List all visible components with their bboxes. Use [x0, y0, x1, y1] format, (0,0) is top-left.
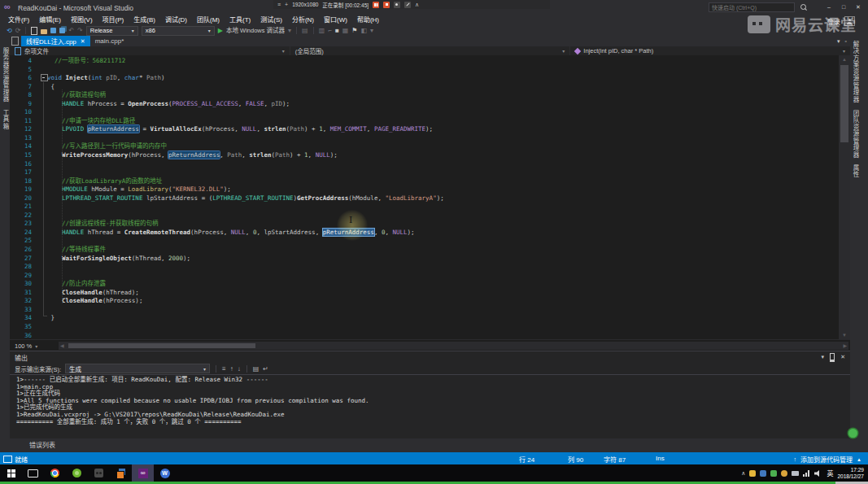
code-area[interactable]: //一项卧号：568211712void Inject(int pID, cha… — [47, 57, 839, 339]
previous-message-icon[interactable]: ↑ — [230, 365, 233, 373]
code-line[interactable] — [47, 332, 839, 340]
menu-item[interactable]: 视图(V) — [66, 15, 98, 25]
code-line[interactable]: //防止内存泄露 — [47, 280, 839, 289]
toolbar-options-icon[interactable]: ▾ — [370, 27, 373, 35]
code-line[interactable]: //申请一块内存给DLL路径 — [47, 117, 839, 126]
clear-all-icon[interactable]: ▤ — [253, 365, 260, 373]
code-line[interactable]: CloseHandle(hThread); — [47, 289, 839, 298]
code-line[interactable] — [47, 134, 839, 143]
background-tasks-icon[interactable] — [3, 456, 12, 463]
scrollbar-thumb[interactable] — [68, 343, 255, 348]
recorder-pause-button[interactable] — [373, 2, 379, 8]
menu-item[interactable]: 编辑(E) — [34, 15, 66, 25]
window-position-chevron-icon[interactable]: ▾ — [822, 354, 825, 360]
taskbar-clock[interactable]: 17:29 2018/12/27 — [837, 467, 864, 479]
network-icon[interactable] — [803, 470, 810, 477]
recorder-move-icon[interactable]: + — [285, 1, 288, 8]
next-message-icon[interactable]: ↓ — [238, 365, 241, 373]
debugger-taskbar-button[interactable] — [88, 464, 110, 482]
add-to-source-control-button[interactable]: ↑ 添加到源代码管理 ▲ — [794, 455, 861, 464]
project-scope-dropdown[interactable]: 杂项文件 ▾ — [10, 46, 290, 55]
recorder-annotate-button[interactable] — [404, 2, 411, 8]
undo-icon[interactable]: ↶ — [68, 27, 74, 35]
editor-vertical-scrollbar[interactable]: ▲ ▼ — [839, 55, 850, 339]
code-line[interactable]: void Inject(int pID, char* Path) — [47, 74, 839, 83]
step-over-icon[interactable]: ⌐ — [328, 27, 332, 35]
search-icon[interactable] — [800, 4, 806, 10]
code-line[interactable] — [47, 108, 839, 117]
code-line[interactable]: HMODULE hModule = LoadLibrary("KERNEL32.… — [47, 185, 839, 194]
scope-dropdown[interactable]: (全局范围) ▾ — [290, 46, 571, 55]
tray-coin-icon[interactable] — [781, 470, 787, 477]
tray-expand-chevron-icon[interactable]: ∧ — [741, 470, 745, 477]
menu-item[interactable]: 调试(D) — [160, 15, 192, 25]
player-notification-badge[interactable] — [848, 429, 857, 438]
vm-taskbar-button[interactable] — [110, 464, 132, 482]
code-line[interactable]: //一项卧号：568211712 — [47, 57, 839, 66]
step-out-icon[interactable]: ▦ — [342, 27, 349, 35]
menu-item[interactable]: 团队(M) — [192, 15, 225, 25]
tray-shield-icon[interactable] — [760, 470, 766, 477]
code-line[interactable]: //创建远程线程-并获取线程的句柄 — [47, 220, 839, 229]
code-line[interactable]: HANDLE hThread = CreateRemoteThread(hPro… — [47, 229, 839, 238]
menu-item[interactable]: 测试(S) — [255, 15, 287, 25]
right-tool-tab[interactable]: 团队资源管理器 — [850, 107, 861, 162]
navigate-back-icon[interactable]: ⟲ — [7, 27, 12, 35]
recorder-stop-button[interactable] — [383, 2, 390, 8]
quick-launch-input[interactable] — [709, 2, 795, 12]
menu-item[interactable]: 工具(T) — [225, 15, 255, 25]
code-line[interactable]: //等待线程事件 — [47, 246, 839, 255]
editor-tab[interactable]: main.cpp* — [90, 36, 129, 46]
code-line[interactable]: WriteProcessMemory(hProcess, pReturnAddr… — [47, 151, 839, 160]
maximize-button[interactable]: □ — [837, 2, 850, 12]
pin-icon[interactable] — [830, 353, 835, 362]
break-all-icon[interactable]: ▥ — [319, 27, 325, 35]
code-line[interactable] — [47, 237, 839, 246]
code-line[interactable]: HANDLE hProcess = OpenProcess(PROCESS_AL… — [47, 100, 839, 109]
open-file-icon[interactable] — [41, 29, 47, 34]
scroll-left-icon[interactable]: ◀ — [60, 342, 64, 350]
code-line[interactable]: WaitForSingleObject(hThread, 2000); — [47, 255, 839, 264]
close-tab-icon[interactable]: ✕ — [81, 38, 85, 45]
menu-item[interactable]: 分析(N) — [287, 15, 319, 25]
minimize-button[interactable]: – — [822, 2, 835, 12]
menu-item[interactable]: 文件(F) — [3, 15, 34, 25]
platform-dropdown[interactable]: x86▾ — [142, 26, 215, 36]
code-line[interactable] — [47, 203, 839, 211]
right-tool-tab[interactable]: 解决方案资源管理器 — [850, 37, 861, 107]
scrollbar-thumb[interactable] — [840, 65, 848, 142]
start-debug-label[interactable]: 本地 Windows 调试器 — [226, 27, 285, 35]
code-editor[interactable]: 4567891011121314151617181920212223242526… — [10, 55, 839, 339]
right-tool-tab[interactable]: 属性 — [850, 161, 861, 181]
tray-keyboard-icon[interactable] — [792, 471, 799, 476]
browser-taskbar-button[interactable] — [66, 464, 88, 482]
menu-item[interactable]: 窗口(W) — [319, 15, 352, 25]
tab-error-list[interactable]: 错误列表 — [10, 440, 62, 449]
find-message-icon[interactable]: ≡ — [222, 365, 226, 373]
chrome-taskbar-button[interactable] — [44, 464, 66, 482]
editor-horizontal-scrollbar[interactable]: ◀ ▶ — [59, 342, 848, 350]
save-icon[interactable] — [50, 28, 56, 33]
navigate-forward-icon[interactable]: ⟳ — [15, 27, 21, 35]
step-into-icon[interactable]: ■ — [335, 27, 339, 35]
tray-antivirus-icon[interactable] — [770, 470, 777, 477]
menu-item[interactable]: 项目(P) — [98, 15, 129, 25]
tab-list-chevron-icon[interactable]: ▾ — [837, 38, 840, 45]
scroll-up-icon[interactable]: ▲ — [839, 55, 850, 63]
code-line[interactable] — [47, 168, 839, 177]
member-scope-dropdown[interactable]: Inject(int pID, char * Path) ▾ — [570, 46, 850, 55]
code-line[interactable]: CloseHandle(hProcess); — [47, 297, 839, 306]
editor-tab[interactable]: 线程DLL注入.cpp✕ — [21, 36, 90, 46]
menu-item[interactable]: 生成(B) — [129, 15, 160, 25]
code-fold-toggle-icon[interactable] — [41, 74, 48, 81]
code-line[interactable] — [47, 160, 839, 169]
find-in-files-icon[interactable]: ◧ — [360, 27, 367, 35]
close-button[interactable]: ✕ — [852, 2, 865, 12]
save-all-icon[interactable] — [59, 28, 65, 33]
code-line[interactable] — [47, 306, 839, 315]
w-app-taskbar-button[interactable]: W — [154, 464, 176, 482]
output-panel-header[interactable]: 输出 ▾ ✕ — [10, 351, 850, 363]
close-panel-icon[interactable]: ✕ — [840, 354, 845, 360]
scroll-down-icon[interactable]: ▼ — [839, 331, 850, 339]
word-wrap-icon[interactable]: ↵ — [263, 365, 268, 373]
